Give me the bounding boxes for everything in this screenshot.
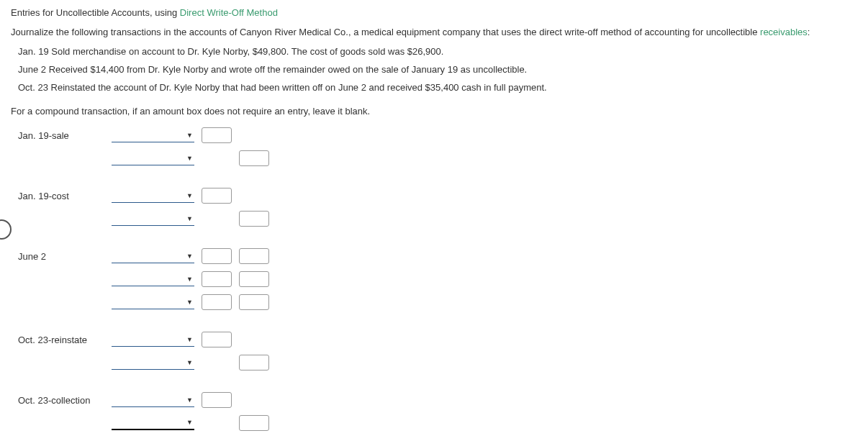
journal-row: ▼ [18, 150, 857, 167]
journal-row: Jan. 19-sale ▼ [18, 127, 857, 144]
chevron-down-icon: ▼ [186, 396, 193, 404]
journal-row: Oct. 23-collection ▼ [18, 391, 857, 409]
transaction-list: Jan. 19 Sold merchandise on account to D… [18, 46, 857, 93]
journal-row: Jan. 19-cost ▼ [18, 187, 857, 204]
debit-input[interactable] [202, 127, 232, 143]
account-dropdown[interactable]: ▼ [112, 295, 194, 309]
row-label: Oct. 23-reinstate [18, 335, 112, 345]
chevron-down-icon: ▼ [186, 419, 193, 426]
account-dropdown[interactable]: ▼ [112, 212, 194, 226]
chevron-down-icon: ▼ [186, 336, 193, 343]
journal-row: ▼ [18, 270, 857, 288]
journal-group-oct23-collection: Oct. 23-collection ▼ ▼ [18, 391, 857, 432]
journal-group-jan19-sale: Jan. 19-sale ▼ ▼ [18, 127, 857, 167]
journal-group-june2: June 2 ▼ ▼ ▼ [18, 247, 857, 311]
credit-input[interactable] [239, 150, 269, 166]
debit-input[interactable] [202, 332, 232, 347]
credit-input[interactable] [239, 211, 269, 227]
credit-input[interactable] [239, 248, 269, 264]
journal-row: ▼ [18, 354, 857, 371]
credit-input[interactable] [239, 271, 269, 287]
journal-row: ▼ [18, 294, 857, 311]
account-dropdown[interactable]: ▼ [112, 249, 194, 263]
account-dropdown[interactable]: ▼ [112, 416, 194, 430]
credit-input[interactable] [239, 294, 269, 310]
journal-row: Oct. 23-reinstate ▼ [18, 331, 857, 348]
transaction-item: June 2 Received $14,400 from Dr. Kyle No… [18, 64, 857, 75]
credit-input[interactable] [239, 415, 269, 431]
debit-input[interactable] [202, 248, 232, 264]
account-dropdown[interactable]: ▼ [112, 393, 194, 407]
row-label: Oct. 23-collection [18, 395, 112, 406]
chevron-down-icon: ▼ [186, 192, 193, 199]
row-label: June 2 [18, 251, 112, 262]
page-title: Entries for Uncollectible Accounts, usin… [11, 7, 857, 18]
method-link[interactable]: Direct Write-Off Method [180, 7, 278, 18]
transaction-item: Oct. 23 Reinstated the account of Dr. Ky… [18, 82, 857, 93]
debit-input[interactable] [202, 294, 232, 310]
account-dropdown[interactable]: ▼ [112, 151, 194, 165]
credit-input[interactable] [239, 355, 269, 370]
debit-input[interactable] [202, 188, 232, 204]
chevron-down-icon: ▼ [186, 155, 193, 162]
chevron-down-icon: ▼ [186, 359, 193, 366]
decorative-circle [0, 219, 12, 240]
transaction-item: Jan. 19 Sold merchandise on account to D… [18, 46, 857, 57]
compound-note: For a compound transaction, if an amount… [11, 106, 857, 117]
account-dropdown[interactable]: ▼ [112, 332, 194, 347]
chevron-down-icon: ▼ [186, 215, 193, 222]
title-prefix: Entries for Uncollectible Accounts, usin… [11, 7, 180, 18]
chevron-down-icon: ▼ [186, 276, 193, 283]
chevron-down-icon: ▼ [186, 253, 193, 260]
journal-row: ▼ [18, 210, 857, 227]
row-label: Jan. 19-cost [18, 191, 112, 201]
debit-input[interactable] [202, 392, 232, 408]
journal-group-oct23-reinstate: Oct. 23-reinstate ▼ ▼ [18, 331, 857, 371]
journal-row: ▼ [18, 414, 857, 432]
journal-row: June 2 ▼ [18, 247, 857, 265]
journal-area: Jan. 19-sale ▼ ▼ Jan. 19-cost ▼ ▼ June 2 [18, 127, 857, 432]
journal-group-jan19-cost: Jan. 19-cost ▼ ▼ [18, 187, 857, 227]
chevron-down-icon: ▼ [186, 132, 193, 139]
chevron-down-icon: ▼ [186, 299, 193, 306]
account-dropdown[interactable]: ▼ [112, 188, 194, 203]
instruction-text: Journalize the following transactions in… [11, 27, 857, 37]
account-dropdown[interactable]: ▼ [112, 128, 194, 142]
account-dropdown[interactable]: ▼ [112, 272, 194, 286]
row-label: Jan. 19-sale [18, 130, 112, 141]
instruction-prefix: Journalize the following transactions in… [11, 27, 760, 37]
receivables-link[interactable]: receivables [760, 27, 808, 37]
instruction-suffix: : [808, 27, 810, 37]
account-dropdown[interactable]: ▼ [112, 355, 194, 370]
debit-input[interactable] [202, 271, 232, 287]
